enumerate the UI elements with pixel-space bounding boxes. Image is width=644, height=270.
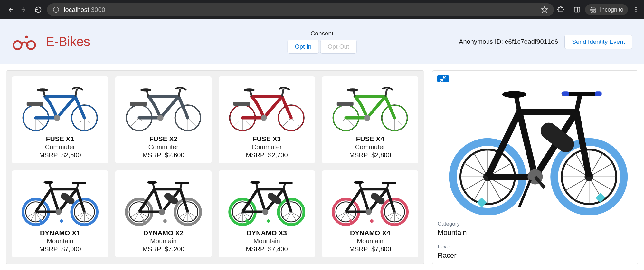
svg-line-48 bbox=[179, 89, 180, 97]
product-category: Commuter bbox=[324, 143, 416, 151]
svg-rect-224 bbox=[477, 198, 487, 207]
svg-point-11 bbox=[14, 41, 22, 49]
svg-point-47 bbox=[140, 88, 151, 91]
svg-point-67 bbox=[261, 115, 267, 121]
svg-line-77 bbox=[394, 118, 403, 127]
bike-icon bbox=[437, 75, 633, 215]
svg-point-29 bbox=[37, 88, 48, 91]
bike-icon bbox=[325, 78, 416, 133]
svg-line-82 bbox=[354, 91, 355, 97]
product-msrp: MSRP: $7,000 bbox=[14, 246, 106, 253]
product-name: FUSE X4 bbox=[324, 135, 416, 143]
bike-icon bbox=[14, 172, 106, 227]
reload-button[interactable] bbox=[33, 4, 44, 15]
svg-point-104 bbox=[43, 181, 53, 184]
field-label: Level bbox=[438, 244, 633, 250]
svg-line-103 bbox=[49, 183, 51, 189]
product-card[interactable]: DYNAMO X3 Mountain MSRP: $7,400 bbox=[219, 170, 315, 257]
svg-rect-63 bbox=[233, 102, 250, 106]
site-info-icon bbox=[53, 6, 59, 13]
svg-line-84 bbox=[385, 89, 387, 97]
product-card[interactable]: DYNAMO X4 Mountain MSRP: $7,800 bbox=[322, 170, 418, 257]
svg-point-176 bbox=[354, 181, 363, 184]
brand: E-Bikes bbox=[12, 32, 90, 52]
svg-marker-5 bbox=[542, 7, 547, 12]
product-card[interactable]: DYNAMO X2 Mountain MSRP: $7,200 bbox=[115, 170, 212, 257]
svg-rect-45 bbox=[130, 102, 147, 106]
product-card[interactable]: DYNAMO X1 Mountain MSRP: $7,000 bbox=[12, 170, 108, 257]
product-card[interactable]: FUSE X1 Commuter MSRP: $2,500 bbox=[12, 76, 108, 163]
svg-line-151 bbox=[256, 183, 258, 189]
bike-icon bbox=[325, 172, 416, 227]
detail-field-level: Level Racer bbox=[437, 240, 633, 263]
svg-line-30 bbox=[75, 89, 77, 97]
product-name: FUSE X2 bbox=[117, 135, 210, 143]
product-category: Commuter bbox=[221, 143, 313, 151]
product-category: Mountain bbox=[221, 237, 313, 245]
svg-point-85 bbox=[364, 115, 370, 121]
field-label: Category bbox=[438, 221, 633, 227]
bike-icon bbox=[221, 78, 312, 133]
product-name: DYNAMO X1 bbox=[14, 229, 106, 237]
svg-rect-181 bbox=[370, 219, 374, 223]
detail-field-category: Category Mountain bbox=[437, 217, 633, 240]
svg-line-43 bbox=[179, 118, 188, 127]
opt-in-button[interactable]: Opt In bbox=[288, 40, 319, 54]
svg-point-9 bbox=[635, 9, 637, 10]
incognito-label: Incognito bbox=[600, 6, 623, 13]
product-name: DYNAMO X4 bbox=[324, 229, 416, 237]
svg-point-13 bbox=[25, 35, 28, 38]
product-msrp: MSRP: $7,200 bbox=[117, 246, 210, 253]
svg-point-31 bbox=[54, 115, 60, 121]
consent-title: Consent bbox=[288, 30, 357, 37]
send-identity-button[interactable]: Send Identity Event bbox=[564, 35, 632, 49]
product-image bbox=[324, 172, 416, 227]
svg-line-57 bbox=[233, 118, 242, 127]
svg-rect-225 bbox=[595, 193, 605, 203]
svg-point-10 bbox=[635, 11, 637, 13]
svg-rect-220 bbox=[595, 91, 602, 96]
product-msrp: MSRP: $2,800 bbox=[324, 151, 416, 159]
consent-block: Consent Opt In Opt Out bbox=[288, 30, 357, 54]
incognito-badge[interactable]: Incognito bbox=[585, 4, 628, 15]
svg-point-131 bbox=[159, 209, 165, 215]
product-category: Commuter bbox=[117, 143, 210, 151]
product-msrp: MSRP: $2,600 bbox=[117, 151, 210, 159]
product-msrp: MSRP: $7,400 bbox=[221, 246, 313, 253]
product-msrp: MSRP: $7,800 bbox=[324, 246, 416, 253]
product-image bbox=[324, 78, 416, 133]
kebab-menu-icon[interactable] bbox=[632, 6, 639, 13]
incognito-icon bbox=[590, 6, 597, 13]
product-name: DYNAMO X2 bbox=[117, 229, 210, 237]
panel-icon[interactable] bbox=[573, 6, 581, 13]
product-category: Commuter bbox=[14, 143, 106, 151]
forward-button[interactable] bbox=[19, 4, 30, 15]
svg-line-66 bbox=[282, 89, 284, 97]
back-button[interactable] bbox=[5, 4, 15, 15]
svg-rect-6 bbox=[574, 7, 580, 12]
product-card[interactable]: FUSE X2 Commuter MSRP: $2,600 bbox=[115, 76, 212, 163]
svg-line-127 bbox=[153, 183, 154, 189]
svg-point-179 bbox=[365, 209, 372, 215]
product-category: Mountain bbox=[324, 237, 416, 245]
svg-line-217 bbox=[576, 94, 580, 112]
product-card[interactable]: FUSE X4 Commuter MSRP: $2,800 bbox=[322, 76, 418, 163]
bike-icon bbox=[118, 172, 209, 227]
product-name: FUSE X1 bbox=[14, 135, 106, 143]
field-value: Racer bbox=[438, 251, 633, 260]
product-msrp: MSRP: $2,500 bbox=[14, 151, 106, 159]
svg-line-23 bbox=[84, 118, 93, 127]
svg-line-175 bbox=[359, 183, 361, 189]
product-card[interactable]: FUSE X3 Commuter MSRP: $2,700 bbox=[219, 76, 315, 163]
separator bbox=[569, 6, 569, 14]
svg-line-25 bbox=[75, 118, 84, 127]
address-bar[interactable]: localhost:3000 bbox=[47, 3, 554, 16]
svg-line-75 bbox=[337, 118, 346, 127]
bookmark-star-icon[interactable] bbox=[541, 6, 548, 13]
svg-point-49 bbox=[157, 115, 164, 121]
svg-line-64 bbox=[250, 91, 252, 97]
extensions-icon[interactable] bbox=[557, 6, 564, 13]
product-grid: FUSE X1 Commuter MSRP: $2,500 FUSE X2 Co… bbox=[6, 70, 424, 264]
reload-icon bbox=[35, 6, 42, 13]
field-value: Mountain bbox=[438, 228, 633, 237]
